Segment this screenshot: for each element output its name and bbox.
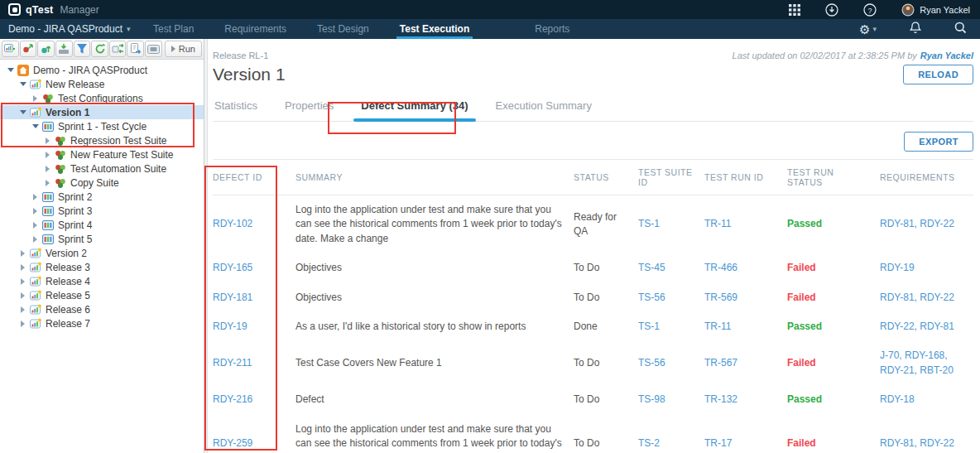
expand-arrow-icon[interactable] xyxy=(19,292,26,299)
column-header-status[interactable]: STATUS xyxy=(574,160,638,195)
nav-item-test-execution[interactable]: Test Execution xyxy=(398,19,471,39)
column-header-defect-id[interactable]: DEFECT ID xyxy=(213,160,295,195)
search-icon[interactable] xyxy=(954,22,967,37)
filter-button[interactable] xyxy=(74,41,91,57)
tree-item-new-feature-test-suite[interactable]: New Feature Test Suite xyxy=(0,147,204,161)
requirements-links[interactable]: RDY-22, RDY-81 xyxy=(880,320,954,332)
tree-item-sprint-5[interactable]: Sprint 5 xyxy=(0,232,204,246)
bell-icon[interactable] xyxy=(910,22,921,37)
test-suite-id-link[interactable]: TS-45 xyxy=(638,262,665,273)
defect-id-link[interactable]: RDY-211 xyxy=(213,357,252,369)
column-header-test-run-status[interactable]: TEST RUN STATUS xyxy=(787,160,880,195)
test-run-id-link[interactable]: TR-567 xyxy=(704,357,737,369)
requirements-links[interactable]: J-70, RDY-168, RDY-21, RBT-20 xyxy=(880,349,954,375)
test-suite-id-link[interactable]: TS-56 xyxy=(638,292,665,303)
defect-id-link[interactable]: RDY-19 xyxy=(213,320,247,332)
tree-item-sprint-4[interactable]: Sprint 4 xyxy=(0,218,204,232)
apps-grid-icon[interactable] xyxy=(789,4,800,16)
expand-arrow-icon[interactable] xyxy=(19,264,26,271)
nav-item-test-design[interactable]: Test Design xyxy=(315,19,371,39)
screenshot-button[interactable] xyxy=(145,41,162,57)
defect-id-link[interactable]: RDY-102 xyxy=(213,218,252,229)
tab-defect-summary-34[interactable]: Defect Summary (34) xyxy=(361,97,468,121)
collapse-arrow-icon[interactable] xyxy=(7,68,14,72)
requirements-links[interactable]: RDY-19 xyxy=(880,262,915,273)
defect-id-link[interactable]: RDY-259 xyxy=(213,437,252,449)
reload-button[interactable]: RELOAD xyxy=(903,65,973,84)
tree-item-release-4[interactable]: Release 4 xyxy=(0,274,204,288)
user-menu[interactable]: Ryan Yackel xyxy=(901,3,970,17)
tab-properties[interactable]: Properties xyxy=(285,97,334,121)
expand-arrow-icon[interactable] xyxy=(31,208,39,214)
tree-item-copy-suite[interactable]: Copy Suite xyxy=(0,176,204,190)
tree-item-release-5[interactable]: Release 5 xyxy=(0,288,204,302)
test-suite-id-link[interactable]: TS-1 xyxy=(638,218,660,229)
test-run-id-link[interactable]: TR-132 xyxy=(704,393,737,405)
nav-item-requirements[interactable]: Requirements xyxy=(223,19,288,39)
expand-arrow-icon[interactable] xyxy=(31,194,39,200)
expand-arrow-icon[interactable] xyxy=(31,222,39,229)
settings-menu[interactable]: ⚙ ▾ xyxy=(859,23,877,36)
column-header-summary[interactable]: SUMMARY xyxy=(295,160,574,195)
requirements-links[interactable]: RDY-81, RDY-22 xyxy=(880,218,954,229)
column-header-test-suite-id[interactable]: TEST SUITE ID xyxy=(638,160,704,195)
add-test-cycle-button[interactable] xyxy=(20,41,37,57)
test-run-id-link[interactable]: TR-569 xyxy=(704,292,737,303)
test-suite-id-link[interactable]: TS-56 xyxy=(638,357,665,369)
tree-item-test-configurations[interactable]: Test Configurations xyxy=(0,91,204,105)
column-header-test-run-id[interactable]: TEST RUN ID xyxy=(704,160,787,195)
nav-item-reports[interactable]: Reports xyxy=(533,19,571,39)
expand-arrow-icon[interactable] xyxy=(44,166,51,172)
expand-arrow-icon[interactable] xyxy=(31,236,39,243)
project-selector[interactable]: Demo - JIRA QASProduct ▾ xyxy=(8,23,131,35)
test-suite-id-link[interactable]: TS-2 xyxy=(638,437,660,449)
tree-item-new-release[interactable]: New Release xyxy=(0,77,204,91)
expand-arrow-icon[interactable] xyxy=(19,306,26,313)
requirements-links[interactable]: RDY-81, RDY-22 xyxy=(880,292,954,303)
run-button[interactable]: Run xyxy=(165,41,202,57)
test-run-id-link[interactable]: TR-466 xyxy=(704,262,737,273)
tree-item-release-7[interactable]: Release 7 xyxy=(0,316,204,330)
test-suite-id-link[interactable]: TS-98 xyxy=(638,393,665,405)
nav-item-test-plan[interactable]: Test Plan xyxy=(151,19,195,39)
test-suite-id-link[interactable]: TS-1 xyxy=(638,320,660,332)
export-button[interactable]: EXPORT xyxy=(904,132,973,152)
expand-arrow-icon[interactable] xyxy=(31,95,39,102)
tab-statistics[interactable]: Statistics xyxy=(214,97,257,121)
tab-execution-summary[interactable]: Execution Summary xyxy=(496,97,592,121)
column-header-requirements[interactable]: REQUIREMENTS xyxy=(880,160,973,195)
add-test-suite-button[interactable] xyxy=(37,41,55,57)
tree-item-demo-jira-qasproduct[interactable]: Demo - JIRA QASProduct xyxy=(0,63,204,77)
add-release-button[interactable] xyxy=(2,41,19,57)
expand-arrow-icon[interactable] xyxy=(19,250,26,257)
collapse-arrow-icon[interactable] xyxy=(19,110,26,114)
tree-item-sprint-3[interactable]: Sprint 3 xyxy=(0,204,204,218)
tree-item-sprint-2[interactable]: Sprint 2 xyxy=(0,190,204,204)
help-icon[interactable]: ? xyxy=(863,3,877,17)
test-run-id-link[interactable]: TR-17 xyxy=(704,437,732,449)
collapse-arrow-icon[interactable] xyxy=(19,82,26,86)
test-run-id-link[interactable]: TR-11 xyxy=(704,320,731,332)
tree-item-release-3[interactable]: Release 3 xyxy=(0,260,204,274)
tree-item-version-1[interactable]: Version 1 xyxy=(0,105,204,119)
download-icon[interactable] xyxy=(825,3,838,17)
defect-id-link[interactable]: RDY-216 xyxy=(213,393,252,405)
tree-item-sprint-1-test-cycle[interactable]: Sprint 1 - Test Cycle xyxy=(0,119,204,133)
expand-arrow-icon[interactable] xyxy=(44,152,51,158)
tree-item-release-6[interactable]: Release 6 xyxy=(0,302,204,316)
defect-id-link[interactable]: RDY-181 xyxy=(213,292,252,303)
defect-id-link[interactable]: RDY-165 xyxy=(213,262,252,273)
last-updated-user[interactable]: Ryan Yackel xyxy=(920,51,973,60)
expand-arrow-icon[interactable] xyxy=(44,137,51,144)
tree-item-regression-test-suite[interactable]: Regression Test Suite xyxy=(0,133,204,147)
requirements-links[interactable]: RDY-18 xyxy=(880,393,915,405)
tree-item-test-automation-suite[interactable]: Test Automation Suite xyxy=(0,161,204,176)
expand-arrow-icon[interactable] xyxy=(19,320,26,327)
test-run-id-link[interactable]: TR-11 xyxy=(704,218,731,229)
import-button[interactable] xyxy=(55,41,73,57)
export-report-button[interactable] xyxy=(127,41,144,57)
copy-button[interactable] xyxy=(109,41,127,57)
refresh-button[interactable] xyxy=(91,41,108,57)
tree-item-version-2[interactable]: Version 2 xyxy=(0,246,204,260)
requirements-links[interactable]: RDY-81, RDY-22 xyxy=(880,437,954,449)
